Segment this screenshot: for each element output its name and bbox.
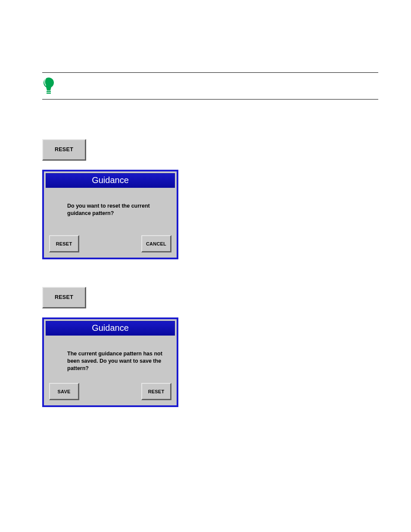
dialog-title: Guidance [46, 173, 175, 188]
guidance-dialog-reset-confirm: Guidance Do you want to reset the curren… [42, 170, 178, 259]
dialog-button-row: SAVE RESET [46, 380, 175, 404]
horizontal-rule-bottom [42, 99, 378, 100]
document-page: RESET Guidance Do you want to reset the … [0, 0, 411, 532]
dialog-title: Guidance [46, 321, 175, 336]
guidance-dialog-save-prompt: Guidance The current guidance pattern ha… [42, 317, 178, 407]
dialog-button-row: RESET CANCEL [46, 233, 175, 256]
dialog-message: The current guidance pattern has not bee… [46, 336, 175, 380]
svg-rect-1 [47, 91, 51, 92]
svg-rect-2 [47, 93, 51, 94]
dialog-message: Do you want to reset the current guidanc… [46, 188, 175, 233]
reset-button[interactable]: RESET [42, 287, 86, 308]
reset-button[interactable]: RESET [42, 139, 86, 161]
horizontal-rule-top [42, 72, 378, 73]
save-button[interactable]: SAVE [49, 383, 79, 400]
lightbulb-icon [42, 77, 55, 96]
cancel-button[interactable]: CANCEL [141, 235, 171, 252]
reset-button[interactable]: RESET [49, 235, 79, 252]
reset-button[interactable]: RESET [141, 383, 171, 400]
